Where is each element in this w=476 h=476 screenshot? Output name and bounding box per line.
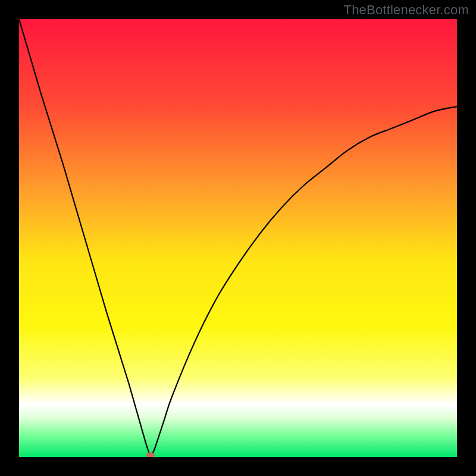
bottleneck-chart xyxy=(19,19,457,457)
chart-frame: TheBottlenecker.com xyxy=(0,0,476,476)
plot-area xyxy=(19,19,457,457)
watermark-label: TheBottlenecker.com xyxy=(344,2,469,18)
